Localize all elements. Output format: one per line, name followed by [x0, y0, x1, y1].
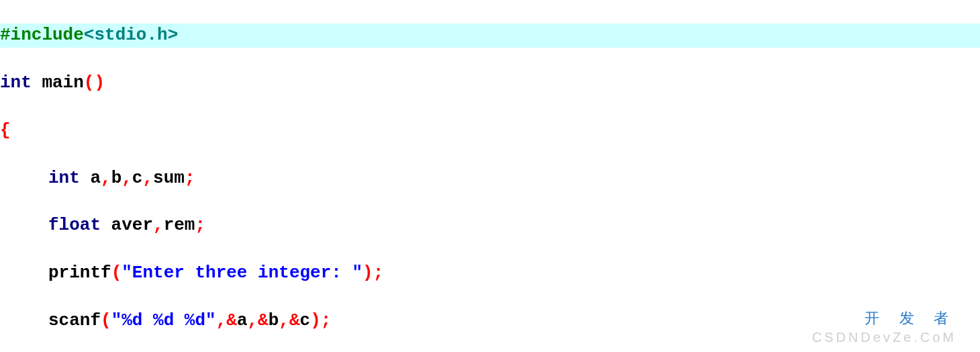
- code-block: #include<stdio.h> int main() { int a,b,c…: [0, 0, 980, 352]
- watermark-text-1: 开 发 者: [865, 308, 957, 328]
- var: a: [237, 310, 248, 331]
- var: rem: [164, 215, 195, 235]
- paren-open: (: [111, 263, 122, 283]
- watermark-text-2: CSDNDevZe.CoM: [812, 328, 957, 347]
- code-line-1: #include<stdio.h>: [0, 24, 980, 47]
- var: aver: [101, 215, 153, 235]
- func-call: scanf: [48, 310, 101, 331]
- comma: ,: [279, 310, 289, 331]
- comma: ,: [247, 310, 258, 331]
- paren-close: ): [362, 263, 373, 283]
- string-literal: "%d %d %d": [111, 310, 216, 331]
- func-main: main: [32, 73, 84, 93]
- operator-amp: &: [289, 310, 300, 331]
- var: b: [111, 168, 122, 188]
- paren-close: ): [310, 310, 321, 331]
- var: a: [80, 168, 101, 188]
- semicolon: ;: [321, 310, 332, 331]
- var: b: [268, 310, 279, 331]
- semicolon: ;: [195, 215, 205, 235]
- paren-open: (: [101, 310, 111, 331]
- keyword-float: float: [48, 215, 101, 235]
- preprocessor: #include: [0, 25, 84, 45]
- paren-open: (: [84, 73, 95, 93]
- comma: ,: [153, 215, 164, 235]
- comma: ,: [101, 168, 111, 188]
- comma: ,: [142, 168, 153, 188]
- var: c: [300, 310, 311, 331]
- code-line-5: float aver,rem;: [0, 214, 980, 237]
- var: c: [132, 168, 143, 188]
- string-literal: "Enter three integer: ": [121, 263, 362, 283]
- keyword-int: int: [0, 73, 32, 93]
- code-line-3: {: [0, 119, 980, 142]
- semicolon: ;: [373, 263, 384, 283]
- brace-open: {: [0, 120, 11, 140]
- func-call: printf: [48, 263, 111, 283]
- code-line-2: int main(): [0, 71, 980, 95]
- code-line-4: int a,b,c,sum;: [0, 167, 980, 190]
- comma: ,: [216, 310, 227, 331]
- keyword-int: int: [48, 168, 80, 188]
- operator-amp: &: [226, 310, 237, 331]
- code-line-6: printf("Enter three integer: ");: [0, 261, 980, 285]
- var: sum: [153, 168, 185, 188]
- header-name: <stdio.h>: [84, 25, 178, 45]
- paren-close: ): [94, 73, 105, 93]
- semicolon: ;: [185, 168, 195, 188]
- comma: ,: [121, 168, 132, 188]
- operator-amp: &: [258, 310, 268, 331]
